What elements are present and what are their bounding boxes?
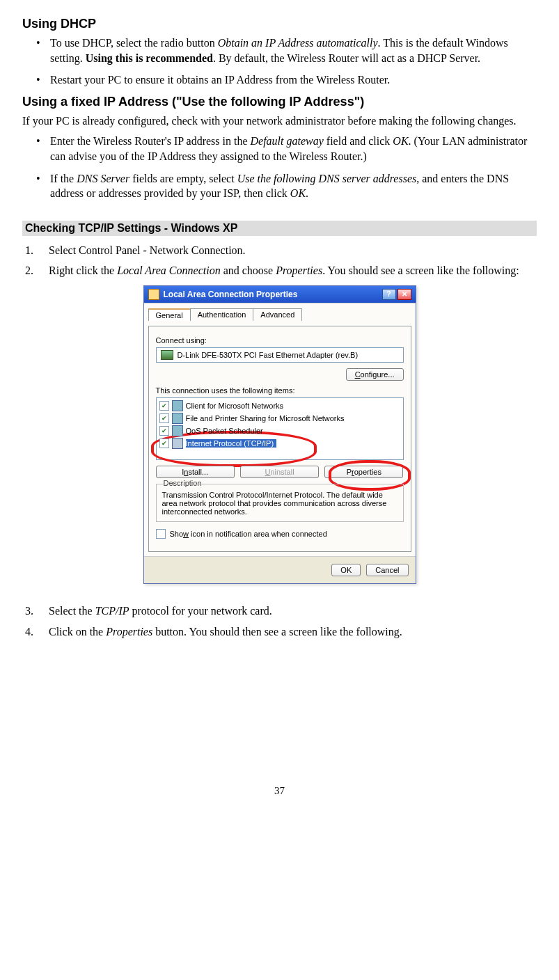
step-2: Right click the Local Area Connection an… <box>36 263 537 278</box>
service-icon <box>172 400 183 411</box>
install-button[interactable]: Install... <box>156 466 235 478</box>
uses-items-label: This connection uses the following items… <box>156 386 404 395</box>
heading-using-dhcp: Using DHCP <box>22 17 537 31</box>
titlebar: Local Area Connection Properties ? ✕ <box>144 286 416 303</box>
checkbox-icon[interactable]: ✔ <box>159 438 169 448</box>
show-icon-label: Show icon in notification area when conn… <box>170 530 327 538</box>
text-italic: Use the following DNS server addresses <box>237 173 417 184</box>
tab-advanced[interactable]: Advanced <box>253 308 302 321</box>
text: . <box>306 187 308 199</box>
show-icon-row: ✔ Show icon in notification area when co… <box>156 529 404 539</box>
description-group: Transmission Control Protocol/Internet P… <box>156 484 404 522</box>
checkbox-icon[interactable]: ✔ <box>159 426 169 436</box>
checkbox-icon[interactable]: ✔ <box>159 401 169 411</box>
checkbox-icon[interactable]: ✔ <box>159 413 169 423</box>
text-italic: Default gateway <box>251 135 324 147</box>
service-icon <box>172 413 183 424</box>
step-4: Click on the Properties button. You shou… <box>36 624 537 640</box>
text-italic: OK <box>290 187 306 199</box>
text-italic: OK <box>393 135 408 147</box>
list-item-label: Internet Protocol (TCP/IP) <box>186 439 277 448</box>
service-icon <box>172 425 183 436</box>
bullet-fixed-1: Enter the Wireless Router's IP address i… <box>36 134 537 164</box>
checkbox-show-icon[interactable]: ✔ <box>156 529 166 539</box>
list-item-tcpip[interactable]: ✔ Internet Protocol (TCP/IP) <box>159 437 400 450</box>
text: Enter the Wireless Router's IP address i… <box>50 135 251 147</box>
list-item-client[interactable]: ✔ Client for Microsoft Networks <box>159 400 400 412</box>
tab-panel: Connect using: D-Link DFE-530TX PCI Fast… <box>148 326 411 552</box>
window-title: Local Area Connection Properties <box>164 290 382 299</box>
connect-using-label: Connect using: <box>156 336 404 345</box>
bullet-fixed-2: If the DNS Server fields are empty, sele… <box>36 171 537 201</box>
text: . You should see a screen like the follo… <box>322 264 519 276</box>
tab-general[interactable]: General <box>148 308 191 321</box>
text: Click on the <box>49 626 106 638</box>
heading-checking: Checking TCP/IP Settings - Windows XP <box>22 221 537 236</box>
heading-using-fixed: Using a fixed IP Address ("Use the follo… <box>22 95 537 109</box>
text: field and click <box>324 135 393 147</box>
text: fields are empty, select <box>129 173 237 184</box>
text: . By default, the Wireless Router will a… <box>213 52 480 64</box>
text-italic: DNS Server <box>77 173 129 184</box>
text: protocol for your network card. <box>129 605 272 617</box>
text-italic: Local Area Connection <box>117 264 220 276</box>
configure-label-rest: onfigure... <box>361 370 395 379</box>
list-item-qos[interactable]: ✔ QoS Packet Scheduler <box>159 425 400 437</box>
tab-authentication[interactable]: Authentication <box>190 308 254 321</box>
help-button[interactable]: ? <box>382 289 396 300</box>
text: To use DHCP, select the radio button <box>50 37 218 49</box>
list-item-fileprint[interactable]: ✔ File and Printer Sharing for Microsoft… <box>159 412 400 425</box>
adapter-field: D-Link DFE-530TX PCI Fast Ethernet Adapt… <box>156 347 404 363</box>
text: Right click the <box>49 264 117 276</box>
list-item-label: File and Printer Sharing for Microsoft N… <box>186 414 345 422</box>
step-3: Select the TCP/IP protocol for your netw… <box>36 603 537 619</box>
items-listbox[interactable]: ✔ Client for Microsoft Networks ✔ File a… <box>156 397 404 460</box>
text-italic: Obtain an IP Address automatically <box>218 37 378 49</box>
text: button. You should then see a screen lik… <box>152 626 402 638</box>
list-item-label: Client for Microsoft Networks <box>186 402 284 410</box>
nic-icon <box>161 350 173 360</box>
list-item-label: QoS Packet Scheduler <box>186 427 263 435</box>
ok-button[interactable]: OK <box>331 564 361 576</box>
text-italic: TCP/IP <box>95 605 129 617</box>
close-button[interactable]: ✕ <box>397 289 411 300</box>
protocol-icon <box>172 438 183 449</box>
window-icon <box>148 289 159 300</box>
uninstall-button: Uninstall <box>240 466 319 478</box>
bullet-dhcp-2: Restart your PC to ensure it obtains an … <box>36 72 537 88</box>
page-number: 37 <box>22 785 537 797</box>
text: Select the <box>49 605 95 617</box>
dialog-footer: OK Cancel <box>144 556 416 583</box>
button-row: Install... Uninstall Properties <box>156 466 404 478</box>
properties-button[interactable]: Properties <box>324 466 403 478</box>
tabs: General Authentication Advanced <box>148 308 411 320</box>
fixed-intro-text: If your PC is already configured, check … <box>22 113 537 129</box>
description-text: Transmission Control Protocol/Internet P… <box>162 491 397 516</box>
dialog-screenshot: Local Area Connection Properties ? ✕ Gen… <box>143 285 416 584</box>
text-italic: Properties <box>106 626 152 638</box>
text-bold: Using this is recommended <box>86 52 213 64</box>
text: and choose <box>221 264 276 276</box>
step-1: Select Control Panel - Network Connectio… <box>36 243 537 258</box>
text-italic: Properties <box>276 264 322 276</box>
adapter-name: D-Link DFE-530TX PCI Fast Ethernet Adapt… <box>178 351 359 359</box>
bullet-dhcp-1: To use DHCP, select the radio button Obt… <box>36 35 537 65</box>
configure-button[interactable]: Configure... <box>346 368 404 381</box>
text: If the <box>50 173 77 184</box>
cancel-button[interactable]: Cancel <box>366 564 408 576</box>
